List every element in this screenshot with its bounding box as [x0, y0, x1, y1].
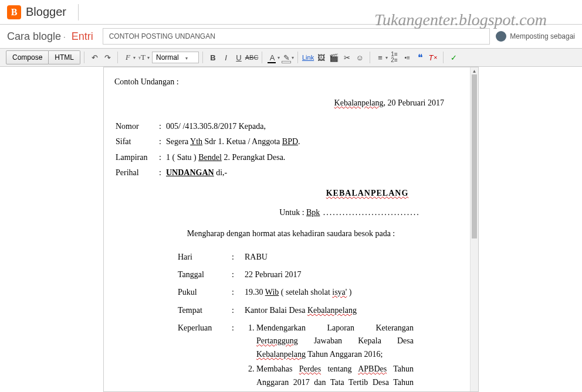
editor-area: Contoh Undangan : Kebalanpelang, 20 Pebr… — [0, 67, 582, 392]
brand-name: Blogger — [26, 5, 66, 19]
section-entri[interactable]: Entri — [72, 30, 93, 43]
redo-icon[interactable]: ↷ — [101, 51, 114, 64]
align-icon[interactable]: ≡ — [374, 51, 387, 64]
untuk-line: Untuk : Bpk ............................… — [114, 206, 468, 219]
scroll-up-icon[interactable]: ▲ — [471, 67, 478, 74]
posting-as-label: Memposting sebagai — [510, 32, 575, 40]
meta-table: Nomor:005/ /413.305.8/2017 Kepada, Sifat… — [114, 118, 468, 182]
font-family-icon[interactable]: F — [121, 51, 134, 64]
blogger-logo-icon: B — [7, 5, 21, 19]
kota-heading: KEBALANPELANG — [114, 187, 468, 200]
undo-icon[interactable]: ↶ — [88, 51, 101, 64]
title-row: Cara blogle · Entri Memposting sebagai — [0, 25, 582, 48]
bullet-list-icon[interactable]: •≡ — [401, 51, 414, 64]
blog-name[interactable]: Cara blogle — [7, 30, 61, 43]
scroll-thumb[interactable] — [472, 74, 477, 238]
editor-toolbar: Compose HTML ↶ ↷ F▾ тT▾ Normal ▾ B I U A… — [0, 48, 582, 67]
keperluan-item-1: Mendengarkan Laporan Keterangan Pertangg… — [256, 322, 414, 361]
link-button[interactable]: Link — [302, 51, 314, 64]
underline-icon[interactable]: U — [232, 51, 245, 64]
strikethrough-icon[interactable]: ABC — [245, 51, 258, 64]
intro-line: Mengharap dengan hormat atas kehadiran s… — [114, 227, 468, 240]
paragraph-format-select[interactable]: Normal ▾ — [152, 52, 199, 63]
post-title-input[interactable] — [103, 28, 490, 45]
numbered-list-icon[interactable]: 1≡2≡ — [388, 51, 401, 64]
compose-button[interactable]: Compose — [6, 50, 49, 64]
emoji-icon[interactable]: ☺ — [353, 51, 366, 64]
remove-format-icon[interactable]: T✕ — [427, 51, 439, 64]
doc-heading: Contoh Undangan : — [114, 76, 468, 88]
header-divider — [78, 4, 79, 21]
schedule-table: Hari:RABU Tanggal:22 Pebruari 2017 Pukul… — [173, 248, 418, 392]
avatar-icon[interactable] — [496, 31, 506, 42]
html-button[interactable]: HTML — [49, 50, 80, 64]
text-color-icon[interactable]: A — [266, 51, 279, 64]
bold-icon[interactable]: B — [207, 51, 219, 64]
highlight-color-icon[interactable]: ✎ — [280, 51, 293, 64]
keperluan-item-2: Membahas Perdes tentang APBDes Tahun Ang… — [256, 363, 414, 392]
vertical-scrollbar[interactable]: ▲ — [470, 67, 478, 391]
video-icon[interactable]: 🎬 — [327, 51, 340, 64]
quote-icon[interactable]: ❝ — [414, 51, 427, 64]
spellcheck-icon[interactable]: ✓ — [447, 51, 460, 64]
jump-break-icon[interactable]: ✂ — [340, 51, 353, 64]
doc-date: Kebalanpelang, 20 Pebruari 2017 — [114, 97, 444, 110]
image-icon[interactable]: 🖼 — [314, 51, 327, 64]
italic-icon[interactable]: I — [219, 51, 232, 64]
app-header: B Blogger — [0, 0, 582, 25]
editor-canvas[interactable]: Contoh Undangan : Kebalanpelang, 20 Pebr… — [103, 67, 479, 392]
font-size-icon[interactable]: тT — [136, 51, 148, 64]
document-body[interactable]: Contoh Undangan : Kebalanpelang, 20 Pebr… — [104, 67, 478, 392]
